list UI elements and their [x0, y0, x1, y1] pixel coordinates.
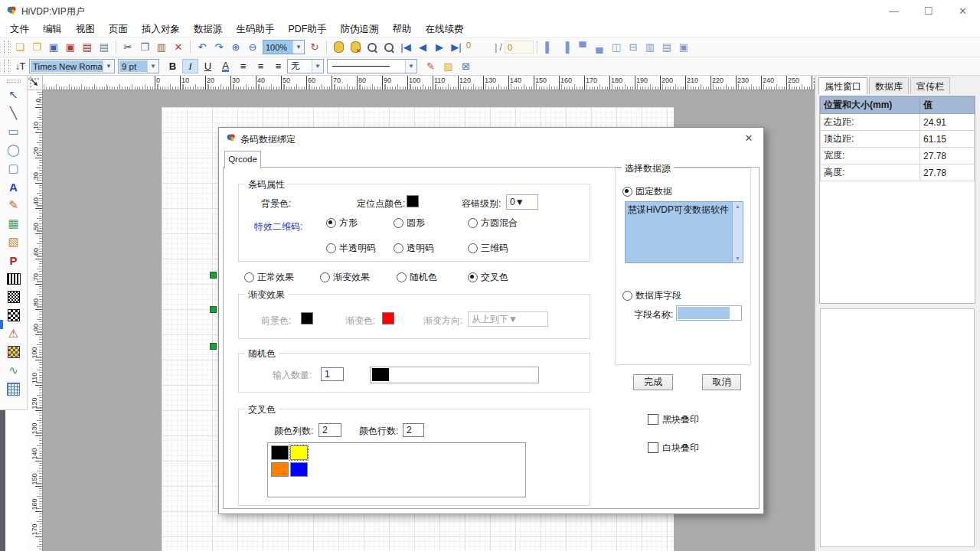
pdf-export-icon[interactable]: ▤ — [80, 40, 95, 55]
property-value[interactable]: 24.91 — [920, 114, 975, 131]
field-name-select[interactable]: ▼ — [676, 305, 742, 321]
image-edit-tool[interactable]: ▧ — [3, 233, 24, 251]
input-count-field[interactable]: 1 — [321, 367, 344, 381]
paste-icon[interactable]: ▥ — [154, 40, 169, 55]
zoom-in-icon[interactable]: ⊕ — [228, 40, 243, 55]
save-template-icon[interactable]: ▣ — [63, 40, 78, 55]
menu-item-11[interactable]: 在线续费 — [419, 21, 471, 37]
panel-tab-1[interactable]: 属性窗口 — [818, 77, 867, 94]
menu-item-10[interactable]: 帮助 — [386, 21, 419, 37]
menu-item-5[interactable]: 插入对象 — [135, 21, 187, 37]
vertical-ruler[interactable]: 0102030405060708090100110120130140150160… — [28, 90, 43, 551]
rectangle-tool[interactable]: ▭ — [3, 122, 24, 141]
barcode-tool[interactable] — [3, 269, 24, 288]
print-icon[interactable]: ▤ — [96, 40, 112, 55]
center-horizontal-icon[interactable]: ◫ — [609, 40, 624, 55]
random-color-list[interactable] — [370, 367, 539, 383]
property-value[interactable]: 27.78 — [920, 148, 975, 165]
white-overprint-checkbox[interactable]: 白块叠印 — [648, 442, 699, 453]
text-style-select[interactable]: 无▼ — [287, 59, 324, 73]
fill-color-icon[interactable]: ▨ — [440, 59, 456, 73]
distribute-horizontal-icon[interactable]: ▥ — [642, 40, 658, 55]
gradient-color-swatch[interactable] — [382, 312, 394, 324]
delete-icon[interactable]: ✕ — [171, 40, 186, 55]
nav-prev-icon[interactable]: ◀ — [415, 40, 430, 55]
radio-database-field[interactable]: 数据库字段 — [622, 290, 681, 301]
gradient-direction-select[interactable]: 从上到下▼ — [468, 311, 548, 327]
align-bottom-icon[interactable]: ▄ — [592, 40, 607, 55]
selection-handle[interactable] — [210, 343, 217, 350]
database-search-clear-icon[interactable] — [381, 40, 397, 55]
radio-cross-color[interactable]: 交叉色 — [468, 272, 508, 282]
database-remove-icon[interactable] — [348, 40, 363, 55]
bold-button[interactable]: B — [165, 59, 181, 73]
text-direction-icon[interactable]: ↓T — [12, 59, 28, 73]
menu-item-1[interactable]: 文件 — [3, 21, 36, 37]
radio-3d[interactable]: 三维码 — [468, 243, 508, 253]
redo-icon[interactable]: ↷ — [211, 40, 227, 55]
undo-icon[interactable]: ↶ — [194, 40, 210, 55]
scroll-down-icon[interactable]: ▼ — [733, 256, 743, 261]
align-right-text-icon[interactable]: ≡ — [270, 59, 286, 73]
horizontal-ruler[interactable]: 0102030405060708090100110120130140150160… — [43, 76, 815, 90]
scroll-up-icon[interactable]: ▲ — [733, 204, 743, 209]
italic-button[interactable]: I — [182, 59, 198, 73]
edit-object-tool[interactable]: ✎ — [3, 196, 24, 214]
anticounterfeit-tool[interactable]: ⚠ — [3, 324, 24, 343]
minimize-button[interactable]: — — [877, 0, 911, 21]
no-fill-icon[interactable]: ⊠ — [458, 59, 474, 73]
distribute-vertical-icon[interactable]: ▤ — [659, 40, 675, 55]
line-style-select[interactable]: ▼ — [327, 59, 417, 73]
font-size-select[interactable]: 9 pt▼ — [118, 59, 159, 73]
property-value[interactable]: 27.78 — [920, 165, 975, 181]
image-tool[interactable]: ▦ — [3, 214, 24, 233]
menu-item-6[interactable]: 数据源 — [187, 21, 230, 37]
underline-button[interactable]: U — [200, 59, 216, 73]
panel-tab-3[interactable]: 宣传栏 — [910, 77, 950, 94]
database-search-icon[interactable] — [364, 40, 380, 55]
radio-normal-effect[interactable]: 正常效果 — [244, 272, 294, 282]
ellipse-tool[interactable]: ◯ — [3, 141, 24, 159]
radio-square[interactable]: 方形 — [326, 217, 358, 228]
copy-icon[interactable]: ❐ — [137, 40, 152, 55]
toolbar-grip[interactable] — [4, 60, 9, 73]
nav-last-icon[interactable]: ▶| — [449, 40, 464, 55]
scrollbar[interactable]: ▲▼ — [732, 202, 743, 262]
table-grid-tool[interactable] — [3, 380, 24, 398]
line-color-icon[interactable]: ✎ — [423, 59, 439, 73]
cancel-button[interactable]: 取消 — [702, 374, 741, 390]
selection-handle[interactable] — [210, 272, 217, 279]
align-right-icon[interactable]: ▐ — [558, 40, 573, 55]
radio-circle[interactable]: 圆形 — [394, 217, 425, 228]
font-family-select[interactable]: Times New Roman▼ — [29, 59, 115, 73]
maximize-button[interactable]: ☐ — [911, 0, 946, 21]
database-icon[interactable] — [331, 40, 346, 55]
menu-item-9[interactable]: 防伪追溯 — [334, 21, 386, 37]
cross-color-swatch-4[interactable] — [290, 462, 308, 477]
align-left-text-icon[interactable]: ≡ — [235, 59, 251, 73]
color-rows-field[interactable]: 2 — [403, 423, 424, 437]
radio-square-circle-mix[interactable]: 方圆混合 — [468, 217, 518, 228]
panel-tab-2[interactable]: 数据库 — [869, 77, 909, 94]
random-color-swatch[interactable] — [372, 368, 389, 381]
nav-first-icon[interactable]: |◀ — [398, 40, 413, 55]
radio-fixed-data[interactable]: 固定数据 — [622, 186, 672, 197]
cross-color-swatch-1[interactable] — [271, 445, 289, 460]
line-tool[interactable]: ╲ — [3, 104, 24, 122]
save-icon[interactable]: ▣ — [46, 40, 61, 55]
toolbar-grip[interactable] — [4, 41, 9, 54]
menu-item-8[interactable]: PDF助手 — [282, 21, 334, 37]
palette-grip[interactable] — [7, 80, 21, 83]
open-icon[interactable]: ❐ — [29, 40, 44, 55]
done-button[interactable]: 完成 — [633, 374, 673, 390]
radio-transparent[interactable]: 透明码 — [394, 243, 434, 253]
color-qrcode-tool[interactable] — [3, 343, 24, 361]
cross-color-swatch-2[interactable] — [290, 445, 308, 460]
curve-tool[interactable]: ∿ — [3, 361, 24, 380]
black-overprint-checkbox[interactable]: 黑块叠印 — [648, 414, 699, 425]
zoom-out-icon[interactable]: ⊖ — [245, 40, 260, 55]
selection-handle[interactable] — [210, 306, 217, 313]
foreground-color-swatch[interactable] — [301, 312, 313, 324]
tab-qrcode[interactable]: Qrcode — [224, 151, 261, 169]
cut-icon[interactable]: ✂ — [120, 40, 136, 55]
